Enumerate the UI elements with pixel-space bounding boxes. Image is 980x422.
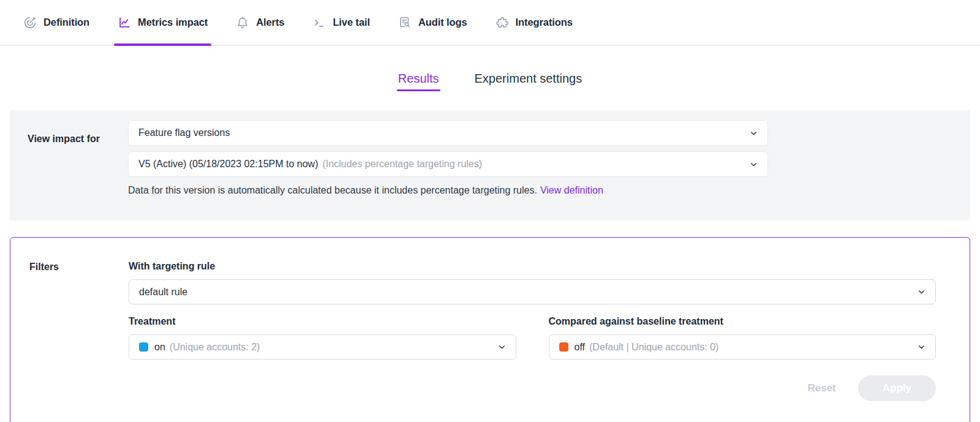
baseline-select[interactable]: off (Default | Unique accounts: 0)	[549, 334, 937, 360]
version-value: V5 (Active) (05/18/2023 02:15PM to now)	[138, 159, 318, 170]
document-search-icon	[398, 16, 412, 29]
tab-live-tail[interactable]: Live tail	[312, 0, 370, 45]
version-type-select[interactable]: Feature flag versions	[128, 120, 768, 146]
baseline-value: off	[575, 342, 586, 353]
tab-experiment-settings[interactable]: Experiment settings	[475, 72, 582, 91]
treatment-on-swatch	[139, 342, 148, 352]
filters-actions: Reset Apply	[129, 375, 936, 401]
apply-button[interactable]: Apply	[858, 375, 936, 401]
tab-integrations[interactable]: Integrations	[496, 0, 573, 45]
version-type-value: Feature flag versions	[138, 127, 230, 138]
tab-label: Definition	[43, 17, 89, 28]
tab-label: Metrics impact	[138, 17, 208, 28]
version-note: (Includes percentage targeting rules)	[323, 159, 483, 170]
targeting-rule-select[interactable]: default rule	[129, 279, 936, 304]
results-settings-tabs: Results Experiment settings	[0, 72, 980, 91]
version-helper-text: Data for this version is automatically c…	[128, 185, 768, 196]
filters-label: Filters	[29, 261, 129, 422]
tab-label: Live tail	[333, 17, 370, 28]
bell-icon	[236, 16, 249, 29]
chevron-down-icon	[916, 342, 927, 352]
tab-results[interactable]: Results	[398, 72, 439, 91]
tab-label: Audit logs	[418, 17, 467, 28]
version-select[interactable]: V5 (Active) (05/18/2023 02:15PM to now) …	[128, 151, 768, 177]
chevron-down-icon	[748, 128, 759, 138]
top-tab-bar: Definition Metrics impact Alerts	[0, 0, 980, 46]
treatment-field: Treatment on (Unique accounts: 2)	[129, 316, 516, 360]
tab-metrics-impact[interactable]: Metrics impact	[118, 0, 208, 45]
terminal-icon	[312, 16, 326, 29]
chevron-down-icon	[916, 287, 927, 297]
target-dart-icon	[23, 16, 37, 29]
tab-alerts[interactable]: Alerts	[236, 0, 284, 45]
targeting-rule-label: With targeting rule	[129, 261, 936, 272]
tab-audit-logs[interactable]: Audit logs	[398, 0, 467, 45]
view-definition-link[interactable]: View definition	[540, 185, 603, 195]
treatment-value: on	[154, 342, 165, 353]
more-filters-toggle[interactable]: 0 more filters applied	[415, 419, 565, 422]
treatment-note: (Unique accounts: 2)	[170, 342, 260, 353]
treatment-label: Treatment	[129, 316, 516, 327]
tab-definition[interactable]: Definition	[23, 0, 89, 45]
view-impact-label: View impact for	[28, 120, 128, 206]
baseline-field: Compared against baseline treatment off …	[549, 316, 937, 360]
treatment-select[interactable]: on (Unique accounts: 2)	[129, 334, 516, 360]
filters-panel: Filters With targeting rule default rule…	[10, 237, 970, 422]
tab-label: Alerts	[256, 17, 284, 28]
reset-button[interactable]: Reset	[804, 382, 839, 395]
view-impact-panel: View impact for Feature flag versions V5…	[10, 110, 970, 220]
puzzle-icon	[496, 16, 509, 29]
more-filters-row: 0 more filters applied	[10, 419, 970, 422]
baseline-note: (Default | Unique accounts: 0)	[589, 342, 718, 353]
treatment-off-swatch	[559, 342, 568, 352]
chevron-down-icon	[497, 342, 507, 352]
tab-label: Integrations	[516, 17, 573, 28]
chevron-down-icon	[748, 159, 759, 170]
baseline-label: Compared against baseline treatment	[549, 316, 937, 327]
targeting-rule-value: default rule	[139, 287, 187, 298]
line-chart-icon	[118, 16, 131, 29]
